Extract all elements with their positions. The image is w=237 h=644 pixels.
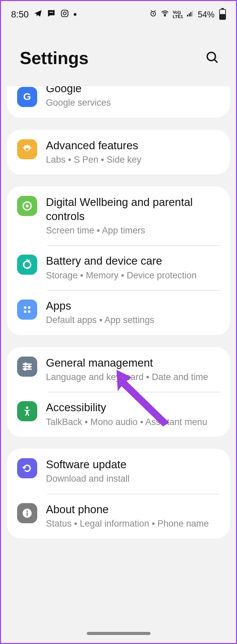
item-google[interactable]: G Google Google services xyxy=(7,86,230,118)
nav-handle[interactable] xyxy=(87,632,151,635)
item-subtitle: Screen time • App timers xyxy=(46,224,217,236)
search-icon[interactable] xyxy=(205,50,219,66)
svg-point-10 xyxy=(207,52,216,61)
group-device: Digital Wellbeing and parental controls … xyxy=(7,186,230,335)
svg-rect-6 xyxy=(187,15,188,16)
svg-point-16 xyxy=(24,306,26,309)
cog-icon xyxy=(17,139,37,159)
svg-point-22 xyxy=(24,368,26,370)
item-advanced-features[interactable]: Advanced features Labs • S Pen • Side ke… xyxy=(7,130,230,175)
item-general-management[interactable]: General management Language and keyboard… xyxy=(7,347,230,392)
item-subtitle: Labs • S Pen • Side key xyxy=(46,154,217,166)
item-title: Software update xyxy=(46,458,217,471)
item-title: Digital Wellbeing and parental controls xyxy=(46,195,217,223)
item-apps[interactable]: Apps Default apps • App settings xyxy=(7,290,230,335)
svg-point-23 xyxy=(26,407,28,409)
group-advanced: Advanced features Labs • S Pen • Side ke… xyxy=(7,130,230,175)
volte-icon: Vo))LTE1 xyxy=(173,10,183,19)
group-about: Software update Download and install Abo… xyxy=(7,449,230,538)
svg-rect-1 xyxy=(61,10,68,17)
item-accessibility[interactable]: Accessibility TalkBack • Mono audio • As… xyxy=(7,392,230,437)
signal-icon xyxy=(186,9,194,19)
item-software-update[interactable]: Software update Download and install xyxy=(7,449,230,494)
svg-point-5 xyxy=(165,15,166,16)
alarm-icon xyxy=(149,9,157,19)
svg-rect-0 xyxy=(49,12,53,13)
item-title: Google xyxy=(46,86,217,95)
wifi-icon xyxy=(161,9,169,20)
item-battery-care[interactable]: Battery and device care Storage • Memory… xyxy=(7,245,230,290)
svg-point-18 xyxy=(24,310,26,313)
svg-rect-9 xyxy=(192,11,193,16)
sliders-icon xyxy=(17,357,37,377)
svg-point-13 xyxy=(26,148,29,151)
item-subtitle: Download and install xyxy=(46,473,217,485)
chat-icon xyxy=(47,9,56,20)
battery-icon xyxy=(219,9,226,20)
group-google: G Google Google services xyxy=(7,86,230,118)
svg-rect-8 xyxy=(190,12,191,16)
item-title: Advanced features xyxy=(46,139,217,152)
item-title: Battery and device care xyxy=(46,254,217,268)
svg-point-19 xyxy=(28,310,31,313)
status-time: 8:50 xyxy=(11,9,29,20)
item-subtitle: Default apps • App settings xyxy=(46,314,217,326)
item-subtitle: Status • Legal information • Phone name xyxy=(46,518,217,530)
item-about-phone[interactable]: About phone Status • Legal information •… xyxy=(7,494,230,539)
group-system: General management Language and keyboard… xyxy=(7,347,230,437)
page-title: Settings xyxy=(20,48,88,68)
item-subtitle: TalkBack • Mono audio • Assistant menu xyxy=(46,416,217,428)
svg-rect-7 xyxy=(189,13,190,16)
svg-text:G: G xyxy=(23,91,31,102)
svg-rect-26 xyxy=(26,513,28,516)
svg-point-21 xyxy=(28,366,30,368)
accessibility-icon xyxy=(17,401,37,421)
svg-point-17 xyxy=(28,306,31,309)
status-right: Vo))LTE1 54% xyxy=(149,9,226,20)
update-icon xyxy=(17,458,37,478)
device-care-icon xyxy=(17,255,37,275)
telegram-icon xyxy=(34,9,42,20)
google-icon: G xyxy=(17,87,37,107)
item-digital-wellbeing[interactable]: Digital Wellbeing and parental controls … xyxy=(7,186,230,245)
item-subtitle: Google services xyxy=(46,97,217,109)
status-bar: 8:50 Vo))LTE1 54% xyxy=(1,1,236,24)
info-icon xyxy=(17,503,37,523)
more-dot-icon xyxy=(74,13,76,16)
item-title: About phone xyxy=(46,502,217,516)
svg-point-2 xyxy=(63,12,66,15)
item-subtitle: Storage • Memory • Device protection xyxy=(46,269,217,281)
svg-point-25 xyxy=(26,511,28,512)
instagram-icon xyxy=(60,9,69,20)
item-title: Accessibility xyxy=(46,400,217,414)
status-left: 8:50 xyxy=(11,9,76,20)
settings-list[interactable]: G Google Google services Advanced featur… xyxy=(1,86,236,572)
apps-icon xyxy=(17,300,37,320)
item-title: Apps xyxy=(46,299,217,313)
battery-percent: 54% xyxy=(198,10,215,19)
item-subtitle: Language and keyboard • Date and time xyxy=(46,371,217,383)
wellbeing-icon xyxy=(17,196,37,216)
header: Settings xyxy=(1,24,236,88)
svg-point-20 xyxy=(25,363,27,365)
item-title: General management xyxy=(46,356,217,370)
svg-point-3 xyxy=(66,11,67,12)
